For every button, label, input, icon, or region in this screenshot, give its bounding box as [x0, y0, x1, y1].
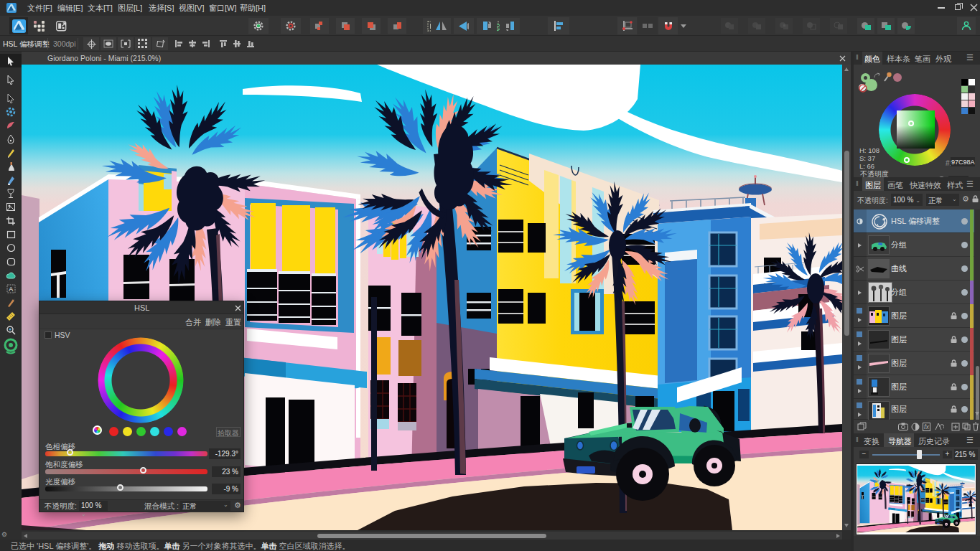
svg-text:A: A — [9, 286, 13, 293]
